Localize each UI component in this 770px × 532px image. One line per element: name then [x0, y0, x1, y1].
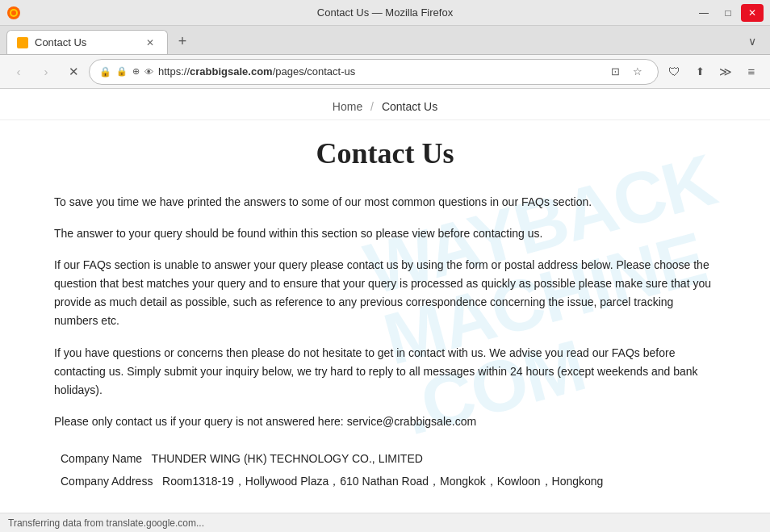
reload-icon: ✕ [69, 65, 79, 79]
forward-icon: › [44, 65, 48, 78]
paragraph-1: To save you time we have printed the ans… [54, 193, 716, 212]
tab-close-button[interactable]: ✕ [143, 36, 157, 50]
reload-button[interactable]: ✕ [61, 60, 86, 84]
maximize-button[interactable]: □ [717, 4, 739, 22]
company-address-value: Room1318-19，Hollywood Plaza，610 Nathan R… [162, 475, 603, 488]
url-domain: crabbigsale.com [190, 65, 273, 77]
svg-point-2 [11, 10, 16, 15]
new-tab-button[interactable]: + [171, 30, 194, 52]
forward-button[interactable]: › [34, 60, 58, 84]
security-icon: 🔒 [99, 66, 111, 77]
company-name-row: Company Name THUNDER WING (HK) TECHNOLOG… [54, 447, 716, 470]
url-path: /pages/contact-us [273, 65, 356, 77]
paragraph-2: The answer to your query should be found… [54, 224, 716, 243]
extensions-button[interactable]: ≫ [714, 60, 738, 84]
breadcrumb-separator: / [370, 100, 374, 113]
reader-view-button[interactable]: ⊡ [605, 61, 626, 82]
navbar-right: 🛡 ⬆ ≫ ≡ [662, 60, 764, 84]
paragraph-4: If you have questions or concerns then p… [54, 344, 716, 400]
page-title: Contact Us [54, 136, 716, 170]
window-title: Contact Us — Mozilla Firefox [0, 6, 770, 19]
back-icon: ‹ [17, 65, 21, 78]
container-button[interactable]: 🛡 [662, 60, 686, 84]
contact-info: Company Name THUNDER WING (HK) TECHNOLOG… [54, 447, 716, 494]
breadcrumb-current: Contact Us [382, 100, 437, 113]
address-bar-actions: ⊡ ☆ [605, 61, 648, 82]
back-button[interactable]: ‹ [6, 60, 31, 84]
address-url: https://crabbigsale.com/pages/contact-us [158, 65, 600, 77]
firefox-icon [6, 6, 21, 20]
paragraph-5: Please only contact us if your query is … [54, 413, 716, 431]
paragraph-3: If our FAQs section is unable to answer … [54, 256, 716, 330]
page-content: Contact Us To save you time we have prin… [22, 120, 748, 513]
address-bar[interactable]: 🔒 🔒 ⊕ 👁 https://crabbigsale.com/pages/co… [89, 59, 659, 85]
company-address-label: Company Address [61, 475, 153, 488]
tab-contact-us[interactable]: Contact Us ✕ [6, 30, 168, 54]
close-button[interactable]: ✕ [741, 4, 764, 22]
page-wrapper: WAYBACKMACHINE.COM Home / Contact Us Con… [0, 89, 770, 513]
tab-label: Contact Us [35, 36, 86, 48]
minimize-button[interactable]: — [693, 4, 715, 22]
bookmark-button[interactable]: ☆ [627, 61, 648, 82]
tracking-icon: 👁 [144, 67, 153, 77]
menu-button[interactable]: ≡ [739, 60, 764, 84]
statusbar: Transferring data from translate.google.… [0, 513, 770, 532]
breadcrumb-home[interactable]: Home [333, 100, 362, 113]
tab-favicon [17, 37, 28, 48]
tab-dropdown-button[interactable]: ∨ [741, 30, 764, 52]
status-text: Transferring data from translate.google.… [8, 517, 204, 529]
navbar: ‹ › ✕ 🔒 🔒 ⊕ 👁 https://crabbigsale.com/pa… [0, 55, 770, 89]
company-name-label: Company Name [61, 452, 142, 465]
breadcrumb: Home / Contact Us [0, 89, 770, 120]
company-address-row: Company Address Room1318-19，Hollywood Pl… [54, 470, 716, 494]
share-button[interactable]: ⬆ [688, 60, 712, 84]
connection-icon: ⊕ [132, 66, 140, 77]
page-body: To save you time we have printed the ans… [54, 193, 716, 494]
company-name-value: THUNDER WING (HK) TECHNOLOGY CO., LIMITE… [152, 452, 423, 465]
titlebar: Contact Us — Mozilla Firefox — □ ✕ [0, 0, 770, 26]
lock-icon: 🔒 [116, 66, 128, 77]
tabbar: Contact Us ✕ + ∨ [0, 26, 770, 55]
